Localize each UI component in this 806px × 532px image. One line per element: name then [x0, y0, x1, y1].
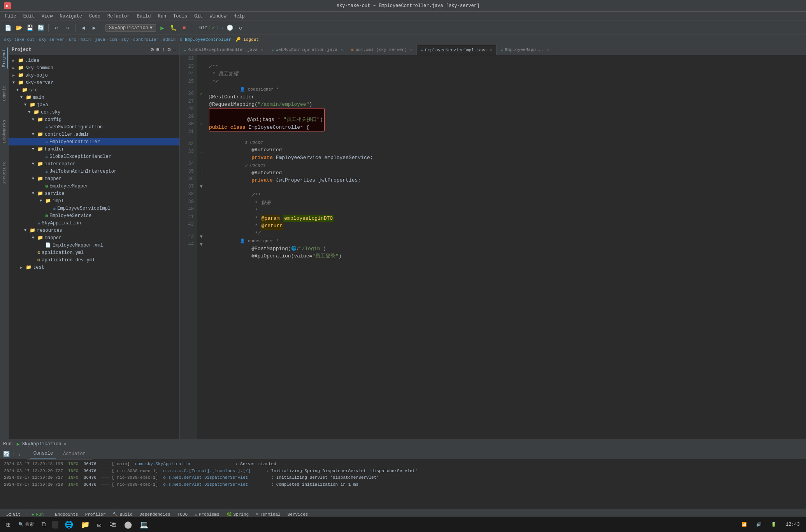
project-minimize-icon[interactable]: — [173, 47, 176, 53]
sidebar-bookmarks-label[interactable]: Bookmarks [1, 118, 7, 144]
tab-close-icon[interactable]: ✕ [410, 47, 413, 52]
tree-res-mapper[interactable]: ▼ 📁 mapper [9, 234, 179, 242]
tree-employee-mapper[interactable]: ▶ ◑ EmployeeMapper [9, 182, 179, 190]
breadcrumb-main[interactable]: main [81, 37, 91, 42]
tab-global-exception[interactable]: ☕ GlobalExceptionHandler.java ✕ [180, 45, 267, 55]
tree-test[interactable]: ▶ 📁 test [9, 264, 179, 271]
tree-service[interactable]: ▼ 📁 service [9, 190, 179, 197]
restart-btn[interactable]: 🔄 [3, 451, 10, 457]
taskbar-time[interactable]: 12:43 [783, 518, 803, 531]
tree-resources[interactable]: ▼ 📁 resources [9, 227, 179, 234]
tree-employee-service-impl[interactable]: ▶ ☕ EmployeeServiceImpl [9, 205, 179, 212]
new-file-btn[interactable]: 📄 [3, 23, 12, 33]
menu-refactor[interactable]: Refactor [104, 13, 133, 20]
menu-run[interactable]: Run [155, 13, 169, 20]
menu-file[interactable]: File [2, 13, 19, 20]
menu-window[interactable]: Window [207, 13, 230, 20]
tab-employee-mapper[interactable]: ☕ EmployeeMapp... ✕ [497, 45, 553, 55]
tree-application-yml[interactable]: ▶ ⚙ application.yml [9, 249, 179, 256]
stop-btn[interactable]: ■ [179, 23, 189, 33]
tree-src[interactable]: ▼ 📁 src [9, 86, 179, 94]
breadcrumb-admin[interactable]: admin [163, 37, 176, 42]
taskbar-explorer-btn[interactable]: 📁 [78, 518, 93, 531]
tree-config[interactable]: ▼ 📁 config [9, 116, 179, 123]
taskbar-chrome-btn[interactable]: ⬤ [121, 518, 135, 531]
tree-global-exception[interactable]: ▶ ☕ GlobalExceptionHandler [9, 153, 179, 160]
tree-sky-server[interactable]: ▼ 📁 sky-server [9, 79, 179, 86]
project-gear-icon[interactable]: ⚙ [167, 46, 170, 53]
sidebar-project-label[interactable]: Project [1, 47, 8, 68]
taskbar-browser-btn[interactable]: 🌐 [61, 518, 76, 531]
back-btn[interactable]: ◀ [79, 23, 88, 33]
project-collapse-icon[interactable]: ≡ [156, 47, 159, 53]
menu-edit[interactable]: Edit [20, 13, 38, 20]
tree-java[interactable]: ▼ 📁 java [9, 101, 179, 108]
breadcrumb-src[interactable]: src [68, 37, 76, 42]
project-settings-icon[interactable]: ⚙ [151, 46, 154, 53]
breadcrumb-com[interactable]: com [109, 37, 117, 42]
tree-application-dev-yml[interactable]: ▶ ⚙ application-dev.yml [9, 256, 179, 264]
open-btn[interactable]: 📂 [14, 23, 23, 33]
run-config-dropdown[interactable]: SkyApplication ▼ [105, 24, 156, 32]
menu-code[interactable]: Code [86, 13, 104, 20]
git-check-icon[interactable]: ✓ [212, 25, 215, 31]
scroll-down-btn[interactable]: ↓ [18, 451, 21, 457]
taskbar-store-btn[interactable]: 🛍 [106, 518, 119, 531]
sidebar-commit-label[interactable]: Commit [1, 84, 7, 103]
breadcrumb-project[interactable]: sky-take-out [4, 37, 35, 42]
git-pull-icon[interactable]: ↓ [221, 25, 223, 31]
code-content[interactable]: /** * 员工管理 */ 👤 codesigner * @RestContro… [205, 55, 806, 439]
tree-controller-admin[interactable]: ▼ 📁 controller.admin [9, 131, 179, 138]
tab-console[interactable]: Console [30, 449, 56, 458]
tree-employee-controller[interactable]: ▶ ☕ EmployeeController [9, 138, 179, 145]
breadcrumb-java[interactable]: java [95, 37, 105, 42]
menu-help[interactable]: Help [230, 13, 248, 20]
menu-navigate[interactable]: Navigate [56, 13, 85, 20]
tree-impl[interactable]: ▼ 📁 impl [9, 197, 179, 205]
project-sort-icon[interactable]: ↕ [162, 47, 165, 53]
git-history-btn[interactable]: 🕐 [225, 23, 234, 33]
breadcrumb-controller[interactable]: controller [133, 37, 159, 42]
tab-close-icon[interactable]: ✕ [261, 47, 263, 52]
forward-btn[interactable]: ▶ [90, 23, 99, 33]
taskbar-network-icon[interactable]: 📶 [738, 518, 750, 531]
sync-btn[interactable]: 🔄 [36, 23, 45, 33]
tab-webmvc[interactable]: ☕ WebMvcConfiguration.java ✕ [267, 45, 347, 55]
tree-jwt-interceptor[interactable]: ▶ ☕ JwtTokenAdminInterceptor [9, 168, 179, 175]
tree-idea[interactable]: ▶ 📁 .idea [9, 57, 179, 64]
sidebar-structure-label[interactable]: Structure [1, 160, 7, 186]
taskbar-volume-icon[interactable]: 🔊 [753, 518, 765, 531]
tree-com-sky[interactable]: ▼ 📁 com.sky [9, 108, 179, 116]
tree-handler[interactable]: ▼ 📁 handler [9, 145, 179, 153]
tree-main[interactable]: ▼ 📁 main [9, 94, 179, 101]
git-push-icon[interactable]: ↑ [216, 25, 219, 31]
tree-mapper[interactable]: ▼ 📁 mapper [9, 175, 179, 182]
tab-close-icon[interactable]: ✕ [546, 47, 549, 52]
menu-tools[interactable]: Tools [170, 13, 190, 20]
tree-employee-service[interactable]: ▶ ◑ EmployeeService [9, 212, 179, 219]
breadcrumb-module[interactable]: sky-server [39, 37, 65, 42]
tree-sky-pojo[interactable]: ▶ 📁 sky-pojo [9, 72, 179, 79]
tab-close-icon[interactable]: ✕ [490, 48, 492, 52]
tree-employee-mapper-xml[interactable]: ▶ 📄 EmployeeMapper.xml [9, 242, 179, 249]
menu-build[interactable]: Build [133, 13, 154, 20]
taskbar-battery-icon[interactable]: 🔋 [768, 518, 780, 531]
code-editor[interactable]: 22 23 24 25 26 27 28 29 30 31 32 33 34 3… [180, 55, 806, 439]
tab-employee-service-impl[interactable]: ☕ EmployeeServiceImpl.java ✕ [417, 45, 497, 55]
tree-webmvc[interactable]: ▶ ☕ WebMvcConfiguration [9, 123, 179, 131]
undo-btn[interactable]: ↩ [52, 23, 61, 33]
start-btn[interactable]: ⊞ [3, 518, 14, 531]
tab-close-icon[interactable]: ✕ [341, 47, 343, 52]
menu-git[interactable]: Git [191, 13, 206, 20]
git-refresh-btn[interactable]: ↺ [236, 23, 245, 33]
menu-view[interactable]: View [39, 13, 56, 20]
debug-btn[interactable]: 🐛 [169, 23, 178, 33]
taskbar-mail-btn[interactable]: ✉ [94, 518, 105, 531]
run-btn[interactable]: ▶ [158, 23, 167, 33]
search-btn[interactable]: 🔍 搜索 [15, 518, 37, 531]
tree-interceptor[interactable]: ▼ 📁 interceptor [9, 160, 179, 168]
save-all-btn[interactable]: 💾 [25, 23, 34, 33]
redo-btn[interactable]: ↪ [63, 23, 72, 33]
taskbar-ide-btn[interactable]: 💻 [137, 518, 151, 531]
tab-pom[interactable]: m pom.xml (sky-server) ✕ [347, 45, 417, 55]
